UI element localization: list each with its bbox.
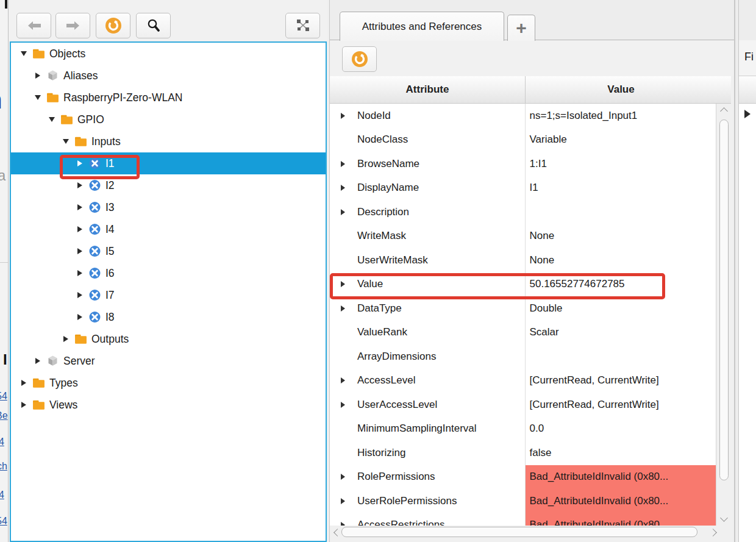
tree-item-i8[interactable]: I8 bbox=[11, 306, 326, 328]
attribute-value: None bbox=[526, 224, 716, 249]
tree-item-gpio[interactable]: GPIO bbox=[11, 109, 326, 130]
attr-row-value[interactable]: Value50.16552774672785 bbox=[330, 273, 716, 297]
horizontal-scrollbar-thumb[interactable] bbox=[341, 527, 697, 537]
scroll-up-icon[interactable] bbox=[720, 107, 728, 115]
chevron-right-icon[interactable] bbox=[341, 208, 350, 216]
add-tab-button[interactable]: + bbox=[507, 15, 535, 41]
back-button[interactable] bbox=[16, 13, 51, 38]
chevron-right-icon[interactable] bbox=[74, 180, 85, 190]
attr-row-userwritemask[interactable]: UserWriteMaskNone bbox=[330, 248, 716, 273]
variable-icon bbox=[88, 289, 101, 301]
tree-item-i4[interactable]: I4 bbox=[11, 218, 326, 240]
chevron-right-icon[interactable] bbox=[74, 290, 85, 300]
folder-icon bbox=[74, 135, 87, 148]
attr-row-userrolepermissions[interactable]: UserRolePermissionsBad_AttributeIdInvali… bbox=[330, 489, 716, 513]
chevron-right-icon[interactable] bbox=[74, 312, 85, 322]
chevron-right-icon[interactable] bbox=[18, 378, 29, 388]
attr-row-minimumsamplinginterval[interactable]: MinimumSamplingInterval0.0 bbox=[330, 417, 716, 441]
tree-item-i1[interactable]: I1 bbox=[11, 152, 326, 174]
attr-row-nodeclass[interactable]: NodeClassVariable bbox=[330, 128, 716, 152]
chevron-right-icon[interactable] bbox=[74, 202, 85, 212]
side-panel-table-header bbox=[739, 76, 756, 104]
tree-item-i2[interactable]: I2 bbox=[11, 174, 326, 196]
chevron-right-icon[interactable] bbox=[74, 246, 85, 256]
tree-item-views[interactable]: Views bbox=[11, 394, 326, 416]
chevron-right-icon[interactable] bbox=[341, 184, 350, 192]
tree-item-objects[interactable]: Objects bbox=[11, 43, 326, 65]
chevron-right-icon[interactable] bbox=[341, 280, 350, 288]
attr-row-writemask[interactable]: WriteMaskNone bbox=[330, 224, 716, 249]
tree-item-i6[interactable]: I6 bbox=[11, 262, 326, 284]
attribute-name: AccessLevel bbox=[357, 374, 415, 387]
chevron-right-icon[interactable] bbox=[341, 521, 350, 526]
chevron-right-icon[interactable] bbox=[341, 401, 350, 409]
attribute-name: BrowseName bbox=[357, 158, 419, 170]
chevron-right-icon[interactable] bbox=[74, 224, 85, 234]
attribute-value: Bad_AttributeIdInvalid (0x80... bbox=[526, 513, 716, 526]
attr-row-useraccesslevel[interactable]: UserAccessLevel[CurrentRead, CurrentWrit… bbox=[330, 393, 716, 417]
attr-row-accessrestrictions[interactable]: AccessRestrictionsBad_AttributeIdInvalid… bbox=[330, 513, 716, 526]
tree-item-raspberrypi-zero-wlan[interactable]: RaspberryPI-Zero-WLAN bbox=[11, 87, 326, 109]
node-graph-button[interactable] bbox=[285, 13, 320, 38]
tree-item-aliases[interactable]: Aliases bbox=[11, 65, 326, 87]
chevron-right-icon[interactable] bbox=[32, 71, 43, 80]
refresh-attributes-button[interactable] bbox=[342, 46, 377, 72]
chevron-right-icon[interactable] bbox=[341, 497, 350, 505]
scroll-right-icon[interactable] bbox=[709, 529, 717, 537]
tree-item-inputs[interactable]: Inputs bbox=[11, 130, 326, 152]
tab-attributes-and-references[interactable]: Attributes and References bbox=[340, 12, 504, 41]
chevron-right-icon[interactable] bbox=[744, 110, 751, 118]
tree-item-label: RaspberryPI-Zero-WLAN bbox=[63, 91, 182, 104]
attr-row-historizing[interactable]: Historizingfalse bbox=[330, 441, 716, 465]
chevron-right-icon[interactable] bbox=[74, 159, 85, 168]
attr-row-valuerank[interactable]: ValueRankScalar bbox=[330, 321, 716, 345]
refresh-tree-button[interactable] bbox=[96, 13, 130, 38]
attr-row-description[interactable]: Description bbox=[330, 200, 716, 224]
node-graph-icon bbox=[296, 18, 310, 33]
folder-icon bbox=[32, 377, 45, 389]
chevron-right-icon[interactable] bbox=[60, 334, 71, 344]
tree-item-outputs[interactable]: Outputs bbox=[11, 328, 326, 350]
chevron-right-icon[interactable] bbox=[341, 160, 350, 168]
tree-item-server[interactable]: Server bbox=[11, 350, 326, 372]
chevron-down-icon[interactable] bbox=[46, 115, 57, 124]
chevron-down-icon[interactable] bbox=[32, 93, 43, 102]
refresh-icon bbox=[104, 16, 123, 35]
attr-row-browsename[interactable]: BrowseName1:I1 bbox=[330, 152, 716, 176]
scroll-down-icon[interactable] bbox=[720, 514, 728, 522]
attr-row-displayname[interactable]: DisplayNameI1 bbox=[330, 176, 716, 201]
chevron-right-icon[interactable] bbox=[18, 400, 29, 410]
vertical-scrollbar[interactable] bbox=[718, 104, 731, 526]
chevron-right-icon[interactable] bbox=[32, 356, 43, 366]
scroll-left-icon[interactable] bbox=[333, 529, 341, 537]
chevron-right-icon[interactable] bbox=[341, 304, 350, 313]
column-header-value[interactable]: Value bbox=[526, 76, 716, 103]
tree-item-types[interactable]: Types bbox=[11, 372, 326, 394]
column-header-attribute[interactable]: Attribute bbox=[330, 76, 526, 103]
panel-splitter[interactable] bbox=[735, 0, 739, 542]
opcua-client-window: ObjectsAliasesRaspberryPI-Zero-WLANGPIOI… bbox=[9, 0, 756, 542]
chevron-right-icon[interactable] bbox=[74, 268, 85, 278]
forward-arrow-icon bbox=[65, 20, 81, 31]
attr-row-nodeid[interactable]: NodeIdns=1;s=Isolated_Input1 bbox=[330, 104, 716, 128]
tree-item-i7[interactable]: I7 bbox=[11, 284, 326, 306]
expander-spacer bbox=[341, 449, 350, 457]
attributes-toolbar bbox=[330, 40, 734, 76]
tree-item-i3[interactable]: I3 bbox=[11, 196, 326, 218]
attr-row-datatype[interactable]: DataTypeDouble bbox=[330, 296, 716, 321]
attribute-name: ValueRank bbox=[357, 326, 407, 338]
chevron-right-icon[interactable] bbox=[341, 376, 350, 385]
horizontal-scrollbar[interactable] bbox=[331, 526, 731, 539]
attr-row-accesslevel[interactable]: AccessLevel[CurrentRead, CurrentWrite] bbox=[330, 369, 716, 393]
chevron-right-icon[interactable] bbox=[341, 112, 350, 120]
search-button[interactable] bbox=[136, 13, 171, 38]
chevron-right-icon[interactable] bbox=[341, 472, 350, 481]
forward-button[interactable] bbox=[55, 13, 90, 38]
chevron-down-icon[interactable] bbox=[18, 49, 29, 59]
side-panel-header-fragment: Fi bbox=[744, 51, 754, 63]
attr-row-arraydimensions[interactable]: ArrayDimensions bbox=[330, 344, 716, 369]
attr-row-rolepermissions[interactable]: RolePermissionsBad_AttributeIdInvalid (0… bbox=[330, 465, 716, 490]
chevron-down-icon[interactable] bbox=[60, 137, 71, 146]
vertical-scrollbar-thumb[interactable] bbox=[719, 119, 729, 480]
tree-item-i5[interactable]: I5 bbox=[11, 240, 326, 262]
